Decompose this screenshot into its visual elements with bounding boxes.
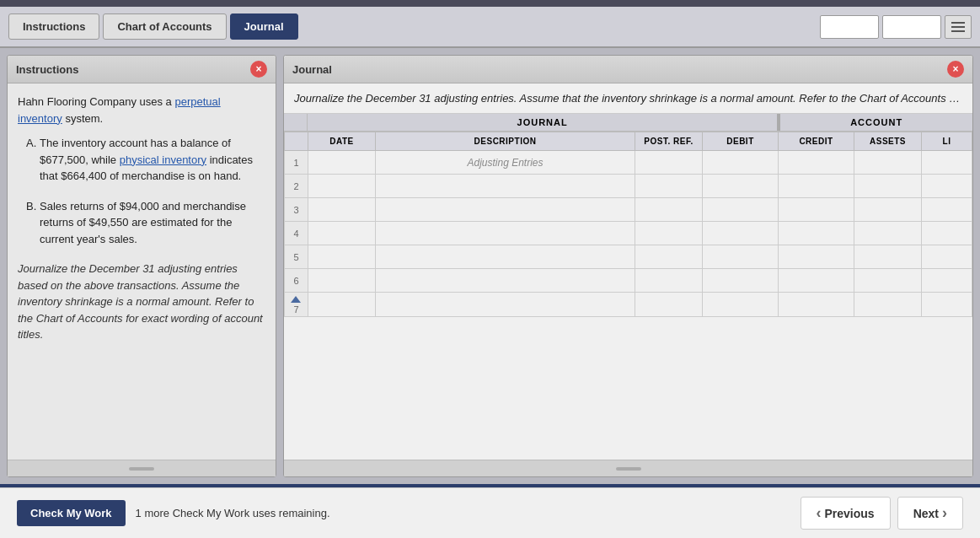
row-number: 3 [285,198,308,222]
row-number: 4 [285,222,308,245]
cell-description[interactable] [376,175,635,198]
menu-line-3 [951,30,965,32]
cell-credit[interactable] [779,175,854,198]
cell-post-ref[interactable] [635,293,703,317]
tab-chart-of-accounts[interactable]: Chart of Accounts [103,13,226,40]
cell-assets[interactable] [854,269,922,293]
cell-assets[interactable] [854,245,922,269]
journal-panel-footer [284,460,972,476]
next-label: Next [913,507,939,520]
cell-assets[interactable] [854,151,922,175]
cell-description[interactable]: Adjusting Entries [376,151,635,175]
cell-debit[interactable] [703,151,779,175]
col-description: DESCRIPTION [376,132,635,151]
previous-label: Previous [825,507,875,520]
cell-date[interactable] [308,222,376,245]
journal-panel-header: Journal × [284,56,972,83]
check-my-work-button[interactable]: Check My Work [17,500,126,526]
col-date: DATE [308,132,376,151]
cell-credit[interactable] [779,151,854,175]
row-number: 5 [285,245,308,269]
cell-assets[interactable] [854,222,922,245]
cell-description[interactable] [376,245,635,269]
cell-liabilities[interactable] [922,245,972,269]
journal-section-header: JOURNAL ACCOUNT [284,114,972,132]
cell-description[interactable] [376,198,635,222]
journal-col-label: JOURNAL [308,114,779,131]
table-row: 5 [285,245,972,269]
table-row: 4 [285,222,972,245]
cell-credit[interactable] [779,198,854,222]
cell-assets[interactable] [854,198,922,222]
top-bar [0,0,980,7]
resize-handle[interactable] [129,467,154,471]
cell-date[interactable] [308,151,376,175]
instructions-list: The inventory account has a balance of $… [26,135,265,247]
menu-button[interactable] [945,15,972,39]
journal-panel-title: Journal [292,63,332,76]
cell-assets[interactable] [854,293,922,317]
previous-button[interactable]: ‹ Previous [801,497,891,530]
cell-post-ref[interactable] [635,151,703,175]
cell-liabilities[interactable] [922,151,972,175]
journal-table-wrap: JOURNAL ACCOUNT DATE DESCRIPTION POST. R… [284,114,972,460]
cell-debit[interactable] [703,269,779,293]
cell-post-ref[interactable] [635,245,703,269]
search-input-1[interactable] [820,15,879,39]
table-row: 1Adjusting Entries [285,151,972,175]
search-area [820,15,972,39]
cell-credit[interactable] [779,245,854,269]
menu-line-2 [951,26,965,28]
col-credit: CREDIT [779,132,854,151]
journal-panel: Journal × Journalize the December 31 adj… [283,55,973,477]
cell-post-ref[interactable] [635,269,703,293]
cell-assets[interactable] [854,175,922,198]
tab-instructions[interactable]: Instructions [8,13,99,40]
row-number: 2 [285,175,308,198]
search-input-2[interactable] [882,15,941,39]
cell-debit[interactable] [703,198,779,222]
cell-credit[interactable] [779,293,854,317]
cell-date[interactable] [308,269,376,293]
cell-date[interactable] [308,245,376,269]
cell-date[interactable] [308,175,376,198]
instructions-panel-title: Instructions [16,63,78,76]
check-remaining-text: 1 more Check My Work uses remaining. [136,507,801,519]
cell-credit[interactable] [779,269,854,293]
physical-inventory-link[interactable]: physical inventory [120,153,206,166]
instructions-close-button[interactable]: × [250,61,267,78]
scroll-indicator[interactable] [616,467,641,471]
instruction-item-a: The inventory account has a balance of $… [40,135,265,185]
cell-debit[interactable] [703,293,779,317]
cell-post-ref[interactable] [635,198,703,222]
next-button[interactable]: Next › [897,497,963,530]
cell-liabilities[interactable] [922,222,972,245]
row-number: 1 [285,151,308,175]
cell-description[interactable] [376,293,635,317]
cell-date[interactable] [308,293,376,317]
row-marker-icon [291,296,301,303]
menu-line-1 [951,22,965,24]
cell-post-ref[interactable] [635,175,703,198]
cell-liabilities[interactable] [922,269,972,293]
journal-instruction-text: Journalize the December 31 adjusting ent… [284,83,972,114]
instructions-panel-footer [8,460,276,476]
table-row: 6 [285,269,972,293]
cell-liabilities[interactable] [922,175,972,198]
row-num-spacer [284,114,308,131]
cell-debit[interactable] [703,222,779,245]
cell-description[interactable] [376,222,635,245]
cell-liabilities[interactable] [922,293,972,317]
cell-liabilities[interactable] [922,198,972,222]
instruction-item-b: Sales returns of $94,000 and merchandise… [40,198,265,248]
tab-journal[interactable]: Journal [230,13,298,40]
table-row: 2 [285,175,972,198]
cell-debit[interactable] [703,245,779,269]
tab-area: Instructions Chart of Accounts Journal [0,7,980,48]
cell-date[interactable] [308,198,376,222]
cell-description[interactable] [376,269,635,293]
cell-post-ref[interactable] [635,222,703,245]
journal-close-button[interactable]: × [947,61,964,78]
cell-debit[interactable] [703,175,779,198]
cell-credit[interactable] [779,222,854,245]
